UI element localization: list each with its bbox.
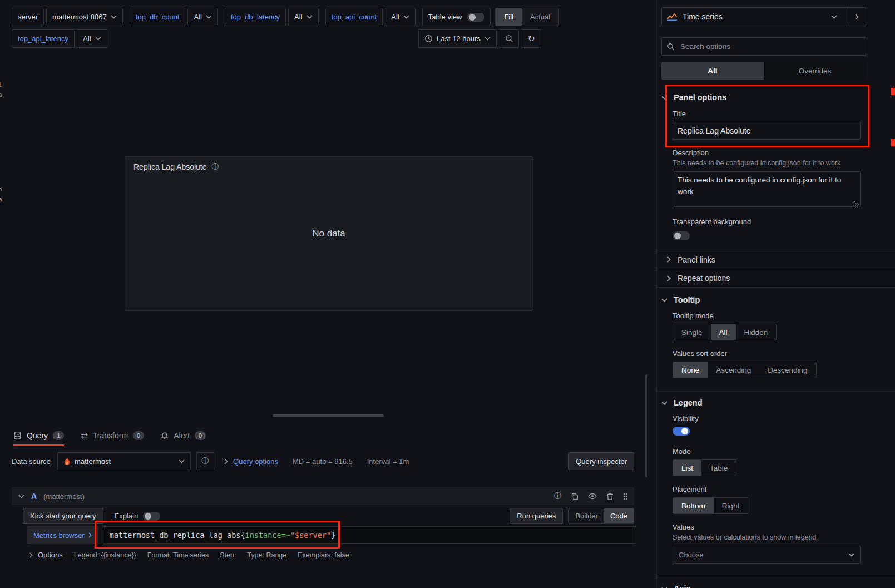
variable-top-api-latency-label[interactable]: top_api_latency <box>12 29 75 48</box>
variable-top-api-count: top_api_count All <box>325 8 416 26</box>
builder-option[interactable]: Builder <box>569 508 604 523</box>
explain-switch[interactable] <box>143 512 160 521</box>
tab-all[interactable]: All <box>661 62 764 80</box>
variable-top-api-latency-value[interactable]: All <box>77 29 107 48</box>
variable-top-api-count-value[interactable]: All <box>385 8 415 26</box>
value-text: All <box>194 13 201 21</box>
variable-server-label[interactable]: server <box>12 8 44 26</box>
legend-heading-text: Legend <box>674 398 703 407</box>
duplicate-icon[interactable] <box>571 492 578 500</box>
textarea-resize-grip[interactable] <box>853 201 859 206</box>
zoom-out-icon <box>505 34 513 43</box>
sort-none[interactable]: None <box>673 362 708 378</box>
options-format: Format: Time series <box>147 551 209 559</box>
datasource-picker[interactable]: mattermost <box>57 452 191 470</box>
panel-resize-handle[interactable] <box>273 414 384 417</box>
options-search[interactable] <box>661 37 866 56</box>
time-range-button[interactable]: Last 12 hours <box>418 29 497 48</box>
metrics-browser-label: Metrics browser <box>33 531 85 540</box>
drag-handle-icon[interactable] <box>623 493 627 500</box>
chevron-down-icon <box>206 15 212 19</box>
tab-overrides[interactable]: Overrides <box>764 62 866 80</box>
tooltip-section: Tooltip Tooltip mode Single All Hidden V… <box>657 295 895 378</box>
options-type: Type: Range <box>247 551 286 559</box>
help-circle-icon: ⓘ <box>202 456 209 466</box>
axis-heading[interactable]: Axis <box>661 584 895 588</box>
description-help-text: This needs to be configured in config.js… <box>673 159 861 167</box>
title-input[interactable] <box>673 122 861 140</box>
legend-visibility-switch[interactable] <box>673 427 690 436</box>
placement-bottom[interactable]: Bottom <box>673 498 714 513</box>
datasource-help-button[interactable]: ⓘ <box>196 452 214 470</box>
variable-top-api-latency: top_api_latency All <box>12 29 107 48</box>
repeat-options-row[interactable]: Repeat options <box>657 269 895 287</box>
panel-links-row[interactable]: Panel links <box>657 250 895 269</box>
variable-top-api-count-label[interactable]: top_api_count <box>325 8 383 26</box>
search-input[interactable] <box>679 42 861 51</box>
panel-options-collapsibles: Panel links Repeat options <box>657 250 895 288</box>
zoom-out-button[interactable] <box>500 29 519 48</box>
chevron-right-icon <box>29 552 33 558</box>
query-inspector-button[interactable]: Query inspector <box>568 452 634 470</box>
actual-option[interactable]: Actual <box>522 8 558 26</box>
refresh-icon: ↻ <box>528 33 535 44</box>
variable-server-value[interactable]: mattermost:8067 <box>46 8 123 26</box>
metrics-browser-button[interactable]: Metrics browser <box>27 526 98 544</box>
tab-transform[interactable]: ⇄ Transform 0 <box>81 425 144 446</box>
variable-top-db-count-value[interactable]: All <box>187 8 217 26</box>
legend-mode-group: List Table <box>673 459 736 476</box>
description-textarea[interactable]: This needs to be configured in config.js… <box>673 171 861 207</box>
options-label: Options <box>38 551 63 559</box>
legend-heading[interactable]: Legend <box>661 398 895 407</box>
tab-alert[interactable]: Alert 0 <box>161 425 206 446</box>
collapse-pane-button[interactable] <box>848 8 866 26</box>
viz-picker[interactable]: Time series <box>661 7 866 26</box>
refresh-button[interactable]: ↻ <box>522 29 541 48</box>
legend-placement-label: Placement <box>673 485 861 493</box>
table-view-switch[interactable] <box>467 13 484 22</box>
collapse-chevron-icon[interactable] <box>18 495 24 498</box>
sort-ascending[interactable]: Ascending <box>708 362 759 378</box>
values-sort-label: Values sort order <box>673 349 861 358</box>
edge-fragment: b <box>0 186 2 193</box>
legend-mode-list[interactable]: List <box>673 460 701 476</box>
tooltip-mode-single[interactable]: Single <box>673 324 711 340</box>
query-help-icon[interactable]: ⓘ <box>554 491 561 501</box>
query-expression-row: Metrics browser mattermost_db_replica_la… <box>27 526 636 544</box>
transparent-background-switch[interactable] <box>673 231 690 240</box>
tooltip-mode-all[interactable]: All <box>711 324 736 340</box>
main-scrollbar-thumb[interactable] <box>645 374 647 477</box>
code-string: "$server" <box>290 531 331 540</box>
table-view-toggle[interactable]: Table view <box>422 8 491 26</box>
tab-query[interactable]: Query 1 <box>13 425 64 446</box>
kick-start-button[interactable]: Kick start your query <box>23 508 103 524</box>
promql-expression-input[interactable]: mattermost_db_replica_lag_abs{instance=~… <box>103 526 636 544</box>
fill-option[interactable]: Fill <box>496 8 522 26</box>
datasource-name: mattermost <box>75 457 111 466</box>
trash-icon[interactable] <box>606 492 614 500</box>
query-options-label: Query options <box>233 457 278 466</box>
tooltip-heading[interactable]: Tooltip <box>661 295 895 304</box>
run-queries-button[interactable]: Run queries <box>510 508 563 524</box>
panel-options-heading[interactable]: Panel options <box>661 93 895 102</box>
query-toolbar: Kick start your query Explain Run querie… <box>23 508 634 524</box>
placement-right[interactable]: Right <box>714 498 748 513</box>
options-disclosure[interactable]: Options <box>29 551 63 559</box>
timeseries-chart-icon <box>667 13 678 21</box>
legend-mode-table[interactable]: Table <box>701 460 736 476</box>
variable-top-db-latency-value[interactable]: All <box>288 8 318 26</box>
variable-top-db-latency-label[interactable]: top_db_latency <box>225 8 286 26</box>
legend-visibility-label: Visibility <box>673 414 861 423</box>
code-option[interactable]: Code <box>604 508 634 523</box>
legend-values-select[interactable]: Choose <box>673 546 861 564</box>
tooltip-mode-hidden[interactable]: Hidden <box>736 324 777 340</box>
tooltip-heading-text: Tooltip <box>674 295 700 304</box>
description-field: Description This needs to be configured … <box>673 149 861 209</box>
variable-top-db-count-label[interactable]: top_db_count <box>130 8 186 26</box>
sort-descending[interactable]: Descending <box>759 362 815 378</box>
query-row-header[interactable]: A (mattermost) ⓘ <box>12 487 634 505</box>
query-datasource-hint: (mattermost) <box>43 492 85 501</box>
eye-icon[interactable] <box>588 493 597 500</box>
query-options-toggle[interactable]: Query options <box>224 457 278 466</box>
legend-placement-group: Bottom Right <box>673 497 748 514</box>
